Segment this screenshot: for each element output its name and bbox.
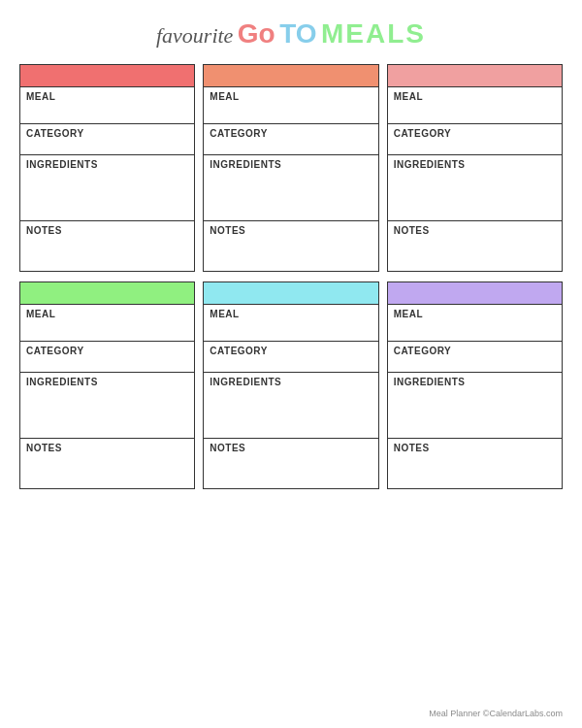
ingredients-label-2: INGREDIENTS [204,154,377,220]
title-meals: MEALS [321,18,426,49]
category-label-5: CATEGORY [204,341,377,372]
meal-label-3: MEAL [388,86,562,123]
card-2: MEAL CATEGORY INGREDIENTS NOTES [203,64,378,272]
footer: Meal Planner ©CalendarLabs.com [429,709,563,718]
card-header-5 [204,282,377,304]
notes-label-5: NOTES [204,438,377,488]
title-favourite: favourite [156,23,233,48]
ingredients-label-4: INGREDIENTS [20,372,194,438]
meal-cards-row-1: MEAL CATEGORY INGREDIENTS NOTES MEAL CAT… [19,64,563,272]
card-3: MEAL CATEGORY INGREDIENTS NOTES [387,64,563,272]
card-header-1 [20,65,194,86]
card-header-6 [388,282,562,304]
notes-label-4: NOTES [20,438,194,488]
meal-cards-row-2: MEAL CATEGORY INGREDIENTS NOTES MEAL CAT… [19,281,563,489]
ingredients-label-3: INGREDIENTS [388,154,562,220]
card-4: MEAL CATEGORY INGREDIENTS NOTES [19,281,195,489]
card-6: MEAL CATEGORY INGREDIENTS NOTES [387,281,563,489]
ingredients-label-1: INGREDIENTS [20,154,194,220]
card-header-4 [20,282,194,304]
notes-label-6: NOTES [388,438,562,488]
category-label-1: CATEGORY [20,123,194,154]
card-5: MEAL CATEGORY INGREDIENTS NOTES [203,281,378,489]
title-go: Go [238,18,275,49]
meal-label-1: MEAL [20,86,194,123]
title-to: TO [279,18,316,49]
card-header-3 [388,65,562,86]
ingredients-label-6: INGREDIENTS [388,372,562,438]
meal-label-6: MEAL [388,304,562,341]
category-label-4: CATEGORY [20,341,194,372]
notes-label-1: NOTES [20,220,194,271]
card-header-2 [204,65,377,86]
card-1: MEAL CATEGORY INGREDIENTS NOTES [19,64,195,272]
category-label-6: CATEGORY [388,341,562,372]
category-label-2: CATEGORY [204,123,377,154]
notes-label-3: NOTES [388,220,562,271]
page-title: favourite Go TO MEALS [19,17,563,50]
meal-label-4: MEAL [20,304,194,341]
meal-label-5: MEAL [204,304,377,341]
notes-label-2: NOTES [204,220,377,271]
meal-label-2: MEAL [204,86,377,123]
ingredients-label-5: INGREDIENTS [204,372,377,438]
category-label-3: CATEGORY [388,123,562,154]
